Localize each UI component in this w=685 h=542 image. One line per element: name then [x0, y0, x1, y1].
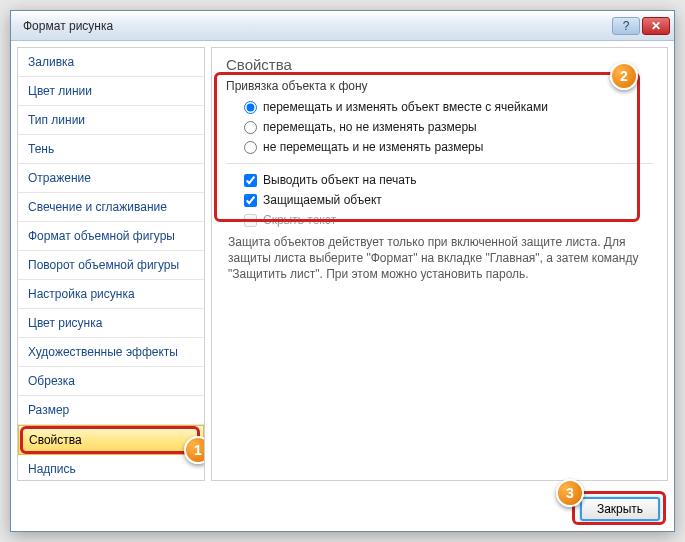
- sidebar-item[interactable]: Отражение: [18, 164, 204, 193]
- sidebar-item[interactable]: Надпись: [18, 455, 204, 481]
- sidebar-item[interactable]: Тип линии: [18, 106, 204, 135]
- radio-label: перемещать и изменять объект вместе с яч…: [263, 100, 548, 114]
- sidebar-item[interactable]: Настройка рисунка: [18, 280, 204, 309]
- hint-text: Защита объектов действует только при вкл…: [226, 230, 653, 283]
- checkbox-input: [244, 214, 257, 227]
- checkbox-label: Скрыть текст: [263, 213, 336, 227]
- radio-row[interactable]: перемещать и изменять объект вместе с яч…: [226, 97, 653, 117]
- format-picture-dialog: Формат рисунка ? ✕ ЗаливкаЦвет линииТип …: [10, 10, 675, 532]
- window-close-button[interactable]: ✕: [642, 17, 670, 35]
- radio-label: не перемещать и не изменять размеры: [263, 140, 483, 154]
- sidebar-item[interactable]: Тень: [18, 135, 204, 164]
- checkbox-input[interactable]: [244, 174, 257, 187]
- radio-label: перемещать, но не изменять размеры: [263, 120, 477, 134]
- sidebar-item[interactable]: Размер: [18, 396, 204, 425]
- checkbox-label: Выводить объект на печать: [263, 173, 416, 187]
- close-button[interactable]: Закрыть: [580, 497, 660, 521]
- sidebar-item[interactable]: Поворот объемной фигуры: [18, 251, 204, 280]
- radio-row[interactable]: не перемещать и не изменять размеры: [226, 137, 653, 157]
- help-button[interactable]: ?: [612, 17, 640, 35]
- window-controls: ? ✕: [612, 17, 670, 35]
- sidebar-item[interactable]: Цвет рисунка: [18, 309, 204, 338]
- window-title: Формат рисунка: [23, 19, 612, 33]
- close-icon: ✕: [651, 19, 661, 33]
- sidebar-item[interactable]: Обрезка: [18, 367, 204, 396]
- sidebar-item[interactable]: Свойства: [18, 425, 204, 455]
- sidebar-item[interactable]: Цвет линии: [18, 77, 204, 106]
- panel-title: Свойства: [226, 56, 653, 73]
- content-pane: Свойства Привязка объекта к фону перемещ…: [211, 47, 668, 481]
- radio-input[interactable]: [244, 121, 257, 134]
- help-icon: ?: [623, 19, 630, 33]
- sidebar-item[interactable]: Свечение и сглаживание: [18, 193, 204, 222]
- dialog-body: ЗаливкаЦвет линииТип линииТеньОтражениеС…: [11, 41, 674, 487]
- separator: [226, 163, 653, 164]
- checkbox-input[interactable]: [244, 194, 257, 207]
- group-label: Привязка объекта к фону: [226, 79, 653, 93]
- radio-input[interactable]: [244, 101, 257, 114]
- category-sidebar: ЗаливкаЦвет линииТип линииТеньОтражениеС…: [17, 47, 205, 481]
- dialog-footer: Закрыть 3: [11, 487, 674, 531]
- check-row[interactable]: Защищаемый объект: [226, 190, 653, 210]
- titlebar: Формат рисунка ? ✕: [11, 11, 674, 41]
- radio-row[interactable]: перемещать, но не изменять размеры: [226, 117, 653, 137]
- check-row: Скрыть текст: [226, 210, 653, 230]
- sidebar-item[interactable]: Формат объемной фигуры: [18, 222, 204, 251]
- sidebar-item[interactable]: Заливка: [18, 48, 204, 77]
- check-row[interactable]: Выводить объект на печать: [226, 170, 653, 190]
- radio-input[interactable]: [244, 141, 257, 154]
- sidebar-item[interactable]: Художественные эффекты: [18, 338, 204, 367]
- checkbox-label: Защищаемый объект: [263, 193, 382, 207]
